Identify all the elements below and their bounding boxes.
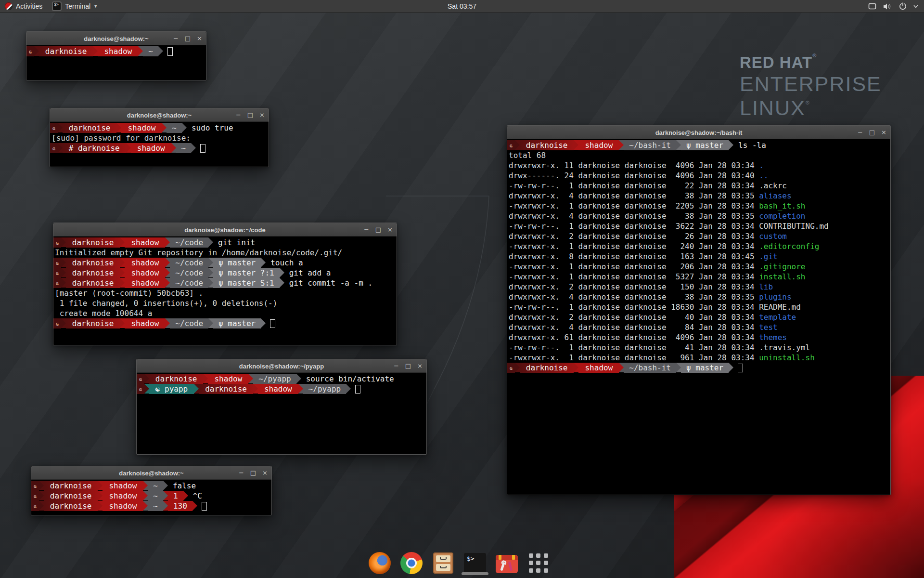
prompt-segment-host: shadow <box>131 143 171 153</box>
close-button[interactable]: × <box>197 35 202 41</box>
prompt-segment-logo: ҩ <box>50 143 58 153</box>
dock-firefox-icon[interactable] <box>369 552 391 574</box>
terminal-body[interactable]: ҩdarknoiseshadow~/bash-itψ masterls -lat… <box>507 139 890 495</box>
terminal-body[interactable]: ҩdarknoiseshadow~/pyappsource bin/activa… <box>137 373 426 454</box>
terminal-line: ҩdarknoiseshadow~/codeψ mastertouch a <box>53 258 397 268</box>
powerline-separator-icon <box>58 143 63 153</box>
terminal-line: ҩdarknoiseshadow~/pyappsource bin/activa… <box>137 374 426 384</box>
terminal-output-text: drwx------. 24 darknoise darknoise 4096 … <box>509 171 759 181</box>
terminal-window-sudo: darknoise@shadow:~−□×ҩdarknoiseshadow~su… <box>50 108 269 167</box>
close-button[interactable]: × <box>881 129 886 135</box>
minimize-button[interactable]: − <box>239 470 244 476</box>
prompt-segment-user: darknoise <box>44 481 98 491</box>
drawer-bottom <box>436 564 450 571</box>
terminal-line: [master (root-commit) 50bcb63] . <box>53 288 397 298</box>
window-titlebar[interactable]: darknoise@shadow:~/bash-it−□× <box>507 126 890 139</box>
terminal-output-text: install.sh <box>759 272 805 282</box>
maximize-button[interactable]: □ <box>405 363 411 369</box>
minimize-button[interactable]: − <box>173 35 179 41</box>
terminal-line: [sudo] password for darknoise: <box>50 133 269 143</box>
powerline-separator-icon <box>676 363 681 372</box>
terminal-line: -rwxrwxr-x. 1 darknoise darknoise 961 Ja… <box>507 353 890 363</box>
terminal-body[interactable]: ҩdarknoiseshadow~/codegit initInitialize… <box>53 236 397 345</box>
terminal-line: ҩ☯ pyappdarknoiseshadow~/pyapp <box>137 384 426 394</box>
powerline-separator-icon <box>248 374 253 383</box>
powerline-separator-icon <box>93 46 98 56</box>
dock-terminal-icon[interactable]: $> <box>464 552 486 574</box>
terminal-body[interactable]: ҩdarknoiseshadow~sudo true[sudo] passwor… <box>50 122 269 167</box>
terminal-output-text: total 68 <box>509 150 546 160</box>
branding-line-2: ENTERPRISE <box>740 74 882 94</box>
window-titlebar[interactable]: darknoise@shadow:~−□× <box>50 108 269 122</box>
chevron-down-icon <box>913 4 918 8</box>
activities-label: Activities <box>16 2 42 10</box>
grid-dot <box>529 553 533 558</box>
prompt-segment-logo: ҩ <box>26 46 34 56</box>
minimize-button[interactable]: − <box>394 363 399 369</box>
prompt-segment-user: darknoise <box>66 318 120 328</box>
powerline-separator-icon <box>208 318 213 328</box>
powerline-separator-icon <box>61 258 66 267</box>
powerline-separator-icon <box>120 237 125 247</box>
dock-app-grid-icon[interactable] <box>527 552 550 574</box>
terminal-output-text: . <box>759 160 764 171</box>
powerline-separator-icon <box>261 318 266 328</box>
dock-files-icon[interactable] <box>432 552 454 574</box>
powerline-separator-icon <box>203 374 208 383</box>
maximize-button[interactable]: □ <box>185 35 191 41</box>
prompt-segment-user: darknoise <box>63 123 117 133</box>
maximize-button[interactable]: □ <box>869 129 875 135</box>
powerline-separator-icon <box>729 140 733 150</box>
minimize-button[interactable]: − <box>236 112 241 118</box>
terminal-line: ҩ# darknoiseshadow~ <box>50 143 269 153</box>
prompt-segment-logo: ҩ <box>53 237 61 248</box>
terminal-body[interactable]: ҩdarknoiseshadow~falseҩdarknoiseshadow~1… <box>31 480 271 515</box>
prompt-segment-user: darknoise <box>66 237 120 248</box>
powerline-separator-icon <box>165 278 170 288</box>
terminal-line: drwxrwxr-x. 61 darknoise darknoise 4096 … <box>507 332 890 342</box>
terminal-output-text: drwxrwxr-x. 11 darknoise darknoise 4096 … <box>509 160 759 171</box>
prompt-segment-user: darknoise <box>66 268 120 278</box>
volume-icon <box>883 3 892 10</box>
close-button[interactable]: × <box>417 363 423 369</box>
prompt-segment-user: darknoise <box>199 384 253 394</box>
terminal-line: create mode 100644 a <box>53 308 397 318</box>
app-menu-label: Terminal <box>65 2 90 10</box>
minimize-button[interactable]: − <box>364 226 369 233</box>
window-title: darknoise@shadow:~/code <box>184 226 265 233</box>
close-button[interactable]: × <box>262 470 268 476</box>
terminal-output-text: custom <box>759 231 787 241</box>
powerline-separator-icon <box>61 237 66 247</box>
close-button[interactable]: × <box>259 112 265 118</box>
powerline-separator-icon <box>144 384 149 394</box>
chevron-down-icon: ▼ <box>93 4 98 9</box>
app-menu-terminal[interactable]: $> Terminal ▼ <box>47 0 103 13</box>
window-titlebar[interactable]: darknoise@shadow:~−□× <box>31 466 271 480</box>
window-titlebar[interactable]: darknoise@shadow:~−□× <box>26 32 206 45</box>
rhel-branding: RED HAT® ENTERPRISE LINUX® <box>740 53 882 118</box>
minimize-button[interactable]: − <box>858 129 863 135</box>
window-titlebar[interactable]: darknoise@shadow:~/pyapp−□× <box>137 359 426 373</box>
power-icon <box>899 2 907 10</box>
grid-dot <box>529 561 533 565</box>
terminal-output-text: -rwxrwxr-x. 1 darknoise darknoise 206 Ja… <box>509 262 759 272</box>
terminal-cursor <box>167 47 173 56</box>
activities-button[interactable]: Activities <box>0 0 47 13</box>
terminal-line: -rw-rw-r--. 1 darknoise darknoise 3622 J… <box>507 221 890 231</box>
dock-chrome-icon[interactable] <box>400 552 423 574</box>
window-titlebar[interactable]: darknoise@shadow:~/code−□× <box>53 223 397 236</box>
toolbox-detail <box>499 555 501 560</box>
terminal-body[interactable]: ҩdarknoiseshadow~ <box>26 45 206 80</box>
maximize-button[interactable]: □ <box>250 470 256 476</box>
close-button[interactable]: × <box>387 226 393 233</box>
system-status-area[interactable] <box>865 0 921 13</box>
maximize-button[interactable]: □ <box>375 226 381 233</box>
prompt-segment-path: ~ <box>148 491 163 501</box>
terminal-line: ҩdarknoiseshadow~/codeψ master ?:1git ad… <box>53 268 397 278</box>
clock[interactable]: Sat 03:57 <box>448 2 476 10</box>
terminal-output-text: drwxrwxr-x. 2 darknoise darknoise 26 Jan… <box>509 231 759 241</box>
terminal-line: ҩdarknoiseshadow~false <box>31 481 271 491</box>
powerline-separator-icon <box>182 123 187 132</box>
maximize-button[interactable]: □ <box>247 112 253 118</box>
dock-toolbox-icon[interactable] <box>496 552 518 574</box>
